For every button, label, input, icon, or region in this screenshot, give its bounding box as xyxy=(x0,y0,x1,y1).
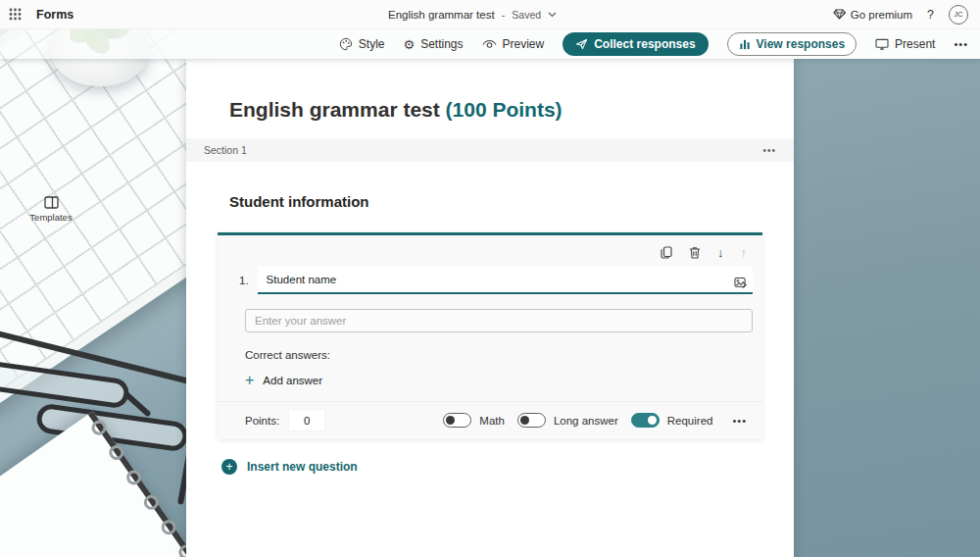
gear-icon: ⚙ xyxy=(404,38,416,51)
required-toggle[interactable]: Required xyxy=(631,413,713,428)
monitor-icon xyxy=(875,38,889,50)
required-toggle-label: Required xyxy=(667,415,713,427)
app-name: Forms xyxy=(36,8,74,22)
document-title-group[interactable]: English grammar test - Saved xyxy=(388,0,557,29)
save-status: Saved xyxy=(512,9,541,21)
templates-button[interactable]: Templates xyxy=(27,196,74,223)
answer-preview-input[interactable] xyxy=(245,309,753,332)
question-title-row: 1. xyxy=(239,267,753,294)
long-answer-toggle-label: Long answer xyxy=(554,415,618,427)
insert-new-question-button[interactable]: + Insert new question xyxy=(221,459,358,475)
math-toggle-switch[interactable] xyxy=(443,413,471,428)
question-footer: Points: Math Long answer Required xyxy=(218,401,762,439)
delete-question-button[interactable] xyxy=(689,246,701,259)
top-app-bar: Forms English grammar test - Saved Go pr… xyxy=(0,0,980,29)
help-button[interactable]: ? xyxy=(927,8,934,22)
required-toggle-switch[interactable] xyxy=(631,413,660,428)
view-responses-button[interactable]: View responses xyxy=(727,32,858,56)
duplicate-question-button[interactable] xyxy=(661,246,672,259)
trash-icon xyxy=(689,246,701,259)
palette-icon xyxy=(339,37,353,51)
chevron-down-icon xyxy=(548,12,557,18)
style-button[interactable]: Style xyxy=(339,37,385,51)
question-title-input[interactable] xyxy=(258,267,753,294)
question-more-button[interactable]: ••• xyxy=(732,415,747,427)
diamond-icon xyxy=(833,9,846,20)
eye-icon xyxy=(482,39,497,49)
templates-icon xyxy=(44,196,59,209)
insert-new-question-label: Insert new question xyxy=(247,460,358,474)
add-answer-button[interactable]: + Add answer xyxy=(245,373,322,388)
editor-toolbar: Style ⚙ Settings Preview Collect respons… xyxy=(0,29,980,59)
section-heading[interactable]: Student information xyxy=(229,193,794,210)
app-launcher-waffle-icon[interactable] xyxy=(9,8,22,21)
long-answer-toggle[interactable]: Long answer xyxy=(517,413,618,428)
add-answer-label: Add answer xyxy=(263,375,322,386)
form-canvas: English grammar test (100 Points) Sectio… xyxy=(186,59,794,557)
bar-chart-icon xyxy=(739,38,751,50)
glasses-lens xyxy=(0,359,130,409)
settings-label: Settings xyxy=(420,37,463,51)
section-bar: Section 1 ••• xyxy=(186,138,794,162)
document-title: English grammar test xyxy=(388,9,495,21)
title-divider: - xyxy=(502,9,506,21)
send-icon xyxy=(575,38,588,50)
desk-photo-background: Templates xyxy=(0,29,186,557)
go-premium-button[interactable]: Go premium xyxy=(833,9,912,21)
points-input[interactable] xyxy=(289,410,324,430)
forms-app-window: Templates Forms English grammar test - S… xyxy=(0,0,980,557)
collect-responses-label: Collect responses xyxy=(594,37,695,51)
question-card: ↓ ↑ 1. Cor xyxy=(218,232,762,439)
style-label: Style xyxy=(359,37,385,51)
math-toggle-label: Math xyxy=(479,415,505,427)
insert-media-icon[interactable] xyxy=(734,277,747,288)
plus-icon: + xyxy=(245,373,254,388)
section-more-button[interactable]: ••• xyxy=(762,145,776,156)
copy-icon xyxy=(661,246,672,259)
plus-circle-icon: + xyxy=(221,459,237,475)
glasses-bridge xyxy=(122,390,151,417)
long-answer-toggle-switch[interactable] xyxy=(517,413,546,428)
view-responses-label: View responses xyxy=(757,37,846,51)
move-question-up-button: ↑ xyxy=(741,246,748,259)
collect-responses-button[interactable]: Collect responses xyxy=(563,32,708,56)
question-number: 1. xyxy=(239,275,249,294)
account-avatar[interactable]: JC xyxy=(949,5,968,25)
settings-button[interactable]: ⚙ Settings xyxy=(404,37,464,51)
section-label: Section 1 xyxy=(204,144,247,156)
form-title-text: English grammar test xyxy=(229,98,440,121)
math-toggle[interactable]: Math xyxy=(443,413,505,428)
templates-label: Templates xyxy=(27,212,74,223)
toolbar-more-button[interactable]: ••• xyxy=(954,38,968,50)
form-points-total: (100 Points) xyxy=(446,98,563,121)
preview-button[interactable]: Preview xyxy=(482,37,545,51)
go-premium-label: Go premium xyxy=(851,9,912,21)
move-question-down-button[interactable]: ↓ xyxy=(717,246,724,259)
preview-label: Preview xyxy=(503,37,545,51)
desk-surface-right xyxy=(794,29,980,557)
present-button[interactable]: Present xyxy=(875,37,935,51)
present-label: Present xyxy=(895,37,935,51)
form-title[interactable]: English grammar test (100 Points) xyxy=(229,98,794,122)
correct-answers-label: Correct answers: xyxy=(245,349,762,361)
question-actions: ↓ ↑ xyxy=(218,235,762,259)
points-label: Points: xyxy=(245,415,279,427)
